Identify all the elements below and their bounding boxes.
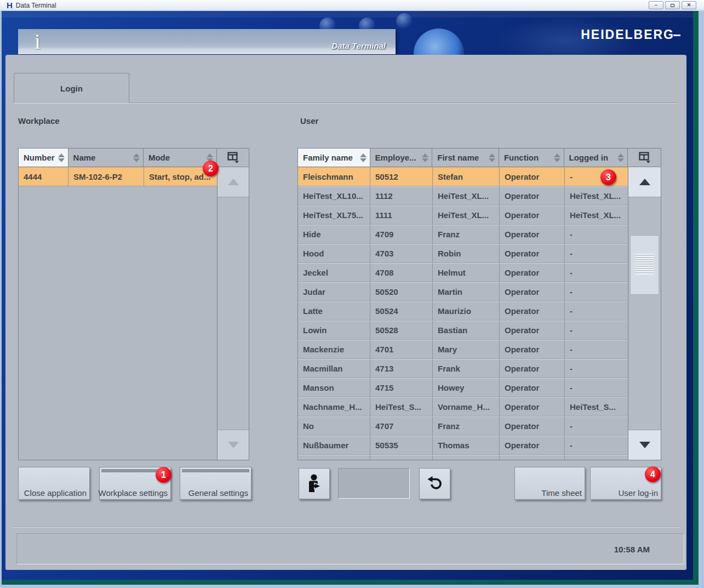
close-application-button[interactable]: Close application — [18, 467, 90, 500]
cell-logged-in: - — [565, 416, 629, 436]
cell-function: Operator — [500, 321, 565, 340]
cell-first-name: Maurizio — [433, 301, 500, 321]
workplace-row[interactable]: 4444 SM-102-6-P2 Start, stop, ad... — [19, 167, 218, 186]
user-table-header: Family name Employe... First name Functi… — [298, 149, 661, 167]
sort-icon[interactable] — [422, 153, 428, 162]
user-switch-button[interactable] — [299, 468, 330, 499]
maximize-button[interactable] — [665, 1, 680, 9]
cell-first-name: Robin — [433, 244, 500, 263]
general-settings-button[interactable]: General settings — [180, 467, 251, 500]
cell-logged-in: - — [565, 301, 629, 321]
cell-family-name: Jeckel — [298, 263, 370, 282]
tab-login[interactable]: Login — [14, 73, 129, 103]
cell-function: Operator — [500, 186, 565, 205]
column-config-button[interactable] — [217, 149, 249, 167]
callout-badge-1: 1 — [156, 467, 171, 483]
column-header-number[interactable]: Number — [19, 149, 68, 167]
cell-first-name: Mary — [433, 340, 500, 359]
close-button[interactable]: ✕ — [682, 1, 696, 9]
user-row[interactable]: Mackenzie 4701 Mary Operator - — [298, 340, 629, 359]
user-row[interactable]: Nachname_H... HeiTest_S... Vorname_H... … — [298, 397, 629, 416]
column-header-logged-in[interactable]: Logged in — [564, 149, 628, 167]
screen: H Data Terminal – ✕ HEIDELBERG i Data Te… — [0, 0, 704, 588]
cell-employee: 50535 — [370, 436, 433, 455]
cell-logged-in: HeiTest_XL... — [565, 205, 629, 225]
time-sheet-button[interactable]: Time sheet — [514, 467, 585, 500]
sort-icon[interactable] — [489, 153, 495, 162]
workplace-scrollbar[interactable] — [217, 167, 249, 460]
user-row[interactable]: Manson 4715 Howey Operator - — [298, 378, 629, 397]
status-divider — [14, 527, 679, 528]
cell-employee: 50528 — [370, 321, 433, 340]
scrollbar-thumb[interactable] — [630, 235, 659, 295]
cell-number: 4444 — [19, 167, 68, 186]
cell-function: Operator — [500, 359, 565, 378]
cell-first-name: Frank — [433, 359, 500, 378]
user-row[interactable]: Jeckel 4708 Helmut Operator - — [298, 263, 629, 282]
cell-family-name: Lowin — [298, 321, 370, 340]
user-row[interactable]: Macmillan 4713 Frank Operator - — [298, 359, 629, 378]
scroll-down-button[interactable] — [628, 430, 661, 460]
scroll-up-button[interactable] — [628, 167, 661, 197]
cell-family-name: Judar — [298, 282, 370, 301]
sort-icon[interactable] — [617, 153, 624, 162]
cell-employee: 50524 — [370, 301, 433, 321]
cell-function: Operator — [500, 263, 565, 282]
cell-first-name: Franz — [433, 416, 500, 436]
column-header-family-name[interactable]: Family name — [298, 149, 370, 167]
user-row[interactable]: HeiTest_XL10... 1112 HeiTest_XL... Opera… — [298, 186, 629, 205]
user-row[interactable]: Hide 4709 Franz Operator - — [298, 225, 629, 244]
column-config-button[interactable] — [628, 149, 661, 167]
cell-employee: HeiTest_S... — [370, 397, 433, 416]
window-title: Data Terminal — [16, 2, 56, 9]
cell-employee: 4707 — [370, 416, 433, 436]
cell-first-name: HeiTest_XL... — [433, 186, 500, 205]
cell-logged-in: - — [565, 321, 629, 340]
cell-first-name: Bastian — [433, 321, 500, 340]
cell-logged-in: - — [565, 436, 629, 455]
cell-logged-in: - — [565, 225, 629, 244]
tab-login-label: Login — [60, 84, 83, 93]
cell-function: Operator — [500, 282, 565, 301]
cell-logged-in: - — [565, 359, 629, 378]
user-row[interactable]: HeiTest_XL75... 1111 HeiTest_XL... Opera… — [298, 205, 629, 225]
undo-button[interactable] — [419, 468, 450, 499]
user-row[interactable]: Lowin 50528 Bastian Operator - — [298, 321, 629, 340]
user-row[interactable]: Hood 4703 Robin Operator - — [298, 244, 629, 263]
user-row[interactable]: No 4707 Franz Operator - — [298, 416, 629, 436]
cell-family-name: Macmillan — [298, 359, 370, 378]
cell-family-name: Nußbaumer — [298, 436, 370, 455]
column-header-first-name[interactable]: First name — [432, 149, 499, 167]
cell-employee: 4713 — [370, 359, 433, 378]
column-config-icon — [639, 152, 651, 163]
sort-icon[interactable] — [133, 153, 140, 162]
sort-icon[interactable] — [58, 153, 65, 162]
input-display[interactable] — [338, 468, 410, 499]
sort-icon[interactable] — [554, 153, 560, 162]
scroll-up-button[interactable] — [218, 167, 249, 197]
column-header-function[interactable]: Function — [499, 149, 564, 167]
user-table: Family name Employe... First name Functi… — [297, 148, 661, 460]
workplace-section-label: Workplace — [18, 116, 60, 125]
heidelberg-logo: HEIDELBERG — [581, 27, 680, 42]
undo-icon — [426, 476, 444, 492]
scrollbar-grip — [635, 254, 654, 275]
user-row[interactable]: Fleischmann 50512 Stefan Operator - — [298, 167, 629, 186]
callout-badge-2: 2 — [203, 161, 219, 176]
user-scrollbar[interactable] — [628, 167, 661, 460]
user-row[interactable]: Latte 50524 Maurizio Operator - — [298, 301, 629, 321]
cell-employee: 4709 — [370, 225, 433, 244]
callout-badge-3: 3 — [600, 169, 616, 185]
cell-logged-in: - — [565, 263, 629, 282]
sort-icon[interactable] — [360, 153, 367, 162]
cell-first-name: Franz — [433, 225, 500, 244]
cell-employee: 4715 — [370, 378, 433, 397]
user-section-label: User — [300, 116, 318, 125]
user-row[interactable]: Nußbaumer 50535 Thomas Operator - — [298, 436, 629, 455]
minimize-button[interactable]: – — [649, 1, 663, 9]
column-header-name[interactable]: Name — [68, 149, 144, 167]
cell-employee: 50512 — [370, 167, 433, 186]
user-row[interactable]: Judar 50520 Martin Operator - — [298, 282, 629, 301]
column-header-employee[interactable]: Employe... — [370, 149, 433, 167]
scroll-down-button[interactable] — [218, 430, 249, 460]
